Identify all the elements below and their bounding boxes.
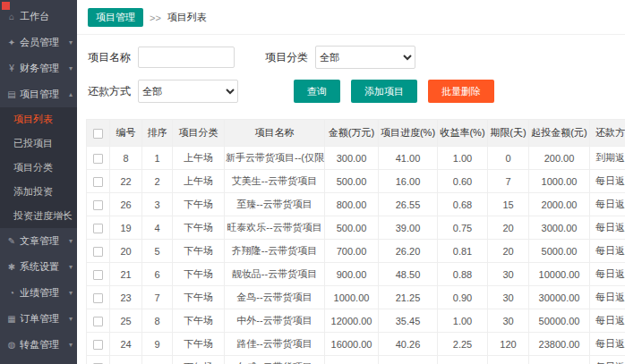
cell-min-invest: 3000.00 — [529, 216, 590, 240]
sidebar-item-wheel[interactable]: ◍转盘管理▾ — [0, 332, 77, 358]
sidebar-submenu: 项目列表已投项目项目分类添加投资投资进度增长 — [0, 107, 77, 228]
cell-amount: 700.00 — [325, 240, 379, 263]
chevron-down-icon: ▾ — [69, 64, 73, 72]
table-header-row: 编号排序项目分类项目名称金额(万元)项目进度(%)收益率(%)期限(天)起投金额… — [87, 120, 625, 147]
sidebar-subitem[interactable]: 投资进度增长 — [0, 204, 77, 228]
sidebar-item-system[interactable]: ✱系统设置▾ — [0, 254, 77, 280]
sidebar-item-performance[interactable]: ◔业绩管理▾ — [0, 280, 77, 306]
sidebar-item-orders[interactable]: ▦订单管理▾ — [0, 306, 77, 332]
sidebar: ⌂工作台✦会员管理▾¥财务管理▾▤项目管理▴项目列表已投项目项目分类添加投资投资… — [0, 0, 77, 364]
cell-rate: 0.90 — [438, 286, 488, 309]
sidebar-item-finance[interactable]: ¥财务管理▾ — [0, 55, 77, 81]
console-icon: ⌂ — [6, 12, 17, 21]
column-header: 还款方式 — [590, 120, 625, 147]
cell-days: 20 — [488, 240, 529, 263]
cell-amount: 16000.00 — [325, 333, 379, 356]
row-checkbox[interactable] — [93, 293, 103, 303]
cell-repay-method: 每日返息 — [590, 263, 625, 286]
cell-category: 下午场 — [173, 356, 225, 364]
cell-days: 0 — [488, 147, 529, 170]
row-checkbox[interactable] — [93, 340, 103, 350]
row-check-cell — [87, 147, 110, 170]
cell-min-invest: 23800.00 — [529, 333, 590, 356]
cell-days: 30 — [488, 286, 529, 309]
cell-amount: 1000.00 — [325, 356, 379, 364]
cell-name: 艾美生--云带货项目 — [225, 170, 325, 193]
cell-progress: 26.55 — [379, 193, 438, 216]
row-checkbox[interactable] — [93, 270, 103, 280]
cell-days: 30 — [488, 263, 529, 286]
row-check-cell — [87, 240, 110, 263]
cell-category: 下午场 — [173, 309, 225, 333]
app-window: ⌂工作台✦会员管理▾¥财务管理▾▤项目管理▴项目列表已投项目项目分类添加投资投资… — [0, 0, 625, 364]
members-icon: ✦ — [6, 38, 17, 47]
cell-category: 下午场 — [173, 216, 225, 240]
select-all-header-cell — [87, 120, 110, 147]
orders-icon: ▦ — [6, 314, 17, 324]
wheel-icon: ◍ — [6, 340, 17, 350]
cell-name: 靓妆品--云带货项目 — [225, 263, 325, 286]
sidebar-item-articles[interactable]: ✎文章管理▾ — [0, 228, 77, 254]
cell-amount: 12000.00 — [325, 309, 379, 333]
cell-progress: 26.20 — [379, 240, 438, 263]
project-category-select[interactable]: 全部 — [315, 46, 415, 69]
cell-rate: 2.25 — [438, 333, 488, 356]
table-row: 258下午场中外--云带货项目12000.0035.451.003050000.… — [87, 309, 625, 333]
repay-method-select[interactable]: 全部 — [138, 80, 238, 103]
cell-progress: 35.45 — [379, 309, 438, 333]
project-table: 编号排序项目分类项目名称金额(万元)项目进度(%)收益率(%)期限(天)起投金额… — [86, 119, 625, 364]
column-header: 项目分类 — [173, 120, 225, 147]
row-checkbox[interactable] — [93, 224, 103, 233]
cell-id: 22 — [110, 170, 142, 193]
sidebar-nav: ⌂工作台✦会员管理▾¥财务管理▾▤项目管理▴项目列表已投项目项目分类添加投资投资… — [0, 0, 77, 364]
cell-id: 25 — [110, 309, 142, 333]
row-checkbox[interactable] — [93, 154, 103, 164]
row-check-cell — [87, 356, 110, 364]
cell-id: 23 — [110, 286, 142, 309]
table-row: 222上午场艾美生--云带货项目500.0016.000.6071000.00每… — [87, 170, 625, 193]
cell-repay-method: 每日返息 — [590, 286, 625, 309]
sidebar-item-punch[interactable]: ✓手动打卡▾ — [0, 358, 77, 364]
filter-row-1: 项目名称 项目分类 全部 — [88, 46, 616, 69]
articles-icon: ✎ — [6, 236, 17, 246]
cell-days: 7 — [488, 170, 529, 193]
cell-min-invest: 200.00 — [529, 147, 590, 170]
cell-amount: 1000.00 — [325, 286, 379, 309]
table-row: 194下午场旺泰欢乐--云带货项目500.0039.000.75203000.0… — [87, 216, 625, 240]
batch-delete-button[interactable]: 批量删除 — [428, 80, 494, 103]
cell-progress: 100.00 — [379, 356, 438, 364]
cell-name: 久威--云带货项目 — [225, 356, 325, 364]
chevron-up-icon: ▴ — [69, 90, 73, 98]
row-checkbox[interactable] — [93, 200, 103, 210]
cell-min-invest: 5000.00 — [529, 240, 590, 263]
cell-min-invest: 2000.00 — [529, 193, 590, 216]
cell-amount: 500.00 — [325, 170, 379, 193]
select-all-checkbox[interactable] — [93, 129, 103, 139]
row-checkbox[interactable] — [93, 177, 103, 187]
cell-min-invest: 30000.00 — [529, 286, 590, 309]
project-name-input[interactable] — [138, 47, 235, 68]
sidebar-item-projects[interactable]: ▤项目管理▴ — [0, 81, 77, 107]
row-checkbox[interactable] — [93, 317, 103, 326]
cell-amount: 900.00 — [325, 263, 379, 286]
sidebar-subitem[interactable]: 项目列表 — [0, 107, 77, 131]
sidebar-subitem[interactable]: 已投项目 — [0, 131, 77, 156]
row-checkbox[interactable] — [93, 247, 103, 257]
finance-icon: ¥ — [6, 63, 17, 73]
chevron-down-icon: ▾ — [69, 38, 73, 47]
sidebar-item-members[interactable]: ✦会员管理▾ — [0, 30, 77, 55]
performance-icon: ◔ — [6, 288, 17, 298]
column-header: 起投金额(元) — [529, 120, 590, 147]
sidebar-item-workbench[interactable]: ⌂工作台 — [0, 4, 77, 30]
sidebar-item-label: 业绩管理 — [20, 286, 67, 300]
repay-method-label: 还款方式 — [88, 84, 131, 99]
add-project-button[interactable]: 添加项目 — [351, 80, 417, 103]
row-check-cell — [87, 263, 110, 286]
query-button[interactable]: 查询 — [294, 80, 340, 103]
cell-progress: 40.26 — [379, 333, 438, 356]
sidebar-subitem[interactable]: 项目分类 — [0, 156, 77, 180]
cell-min-invest: 50000.00 — [529, 309, 590, 333]
breadcrumb-root[interactable]: 项目管理 — [88, 8, 143, 27]
cell-days: 120 — [488, 333, 529, 356]
sidebar-subitem[interactable]: 添加投资 — [0, 180, 77, 204]
